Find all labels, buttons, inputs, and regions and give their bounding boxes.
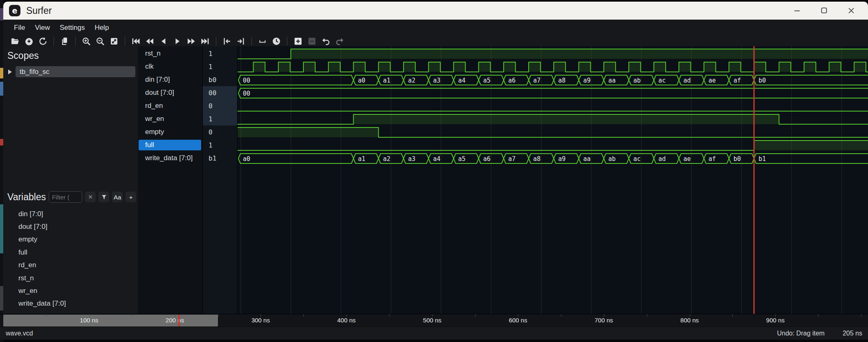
add-plus-icon[interactable] xyxy=(292,36,304,46)
goto-end-icon[interactable] xyxy=(235,36,247,46)
maximize-button[interactable] xyxy=(819,5,830,16)
toolbar-separator xyxy=(54,37,54,46)
signal-value: 0 xyxy=(203,128,213,136)
signal-name-row[interactable]: write_data [7:0] xyxy=(138,152,202,165)
svg-text:b1: b1 xyxy=(758,155,766,163)
menu-item-view[interactable]: View xyxy=(30,21,55,34)
signal-name-row[interactable]: dout [7:0] xyxy=(138,86,202,99)
variable-item-rst_n[interactable]: rst_n xyxy=(3,272,138,284)
signal-name-label: write_data [7:0] xyxy=(138,154,202,162)
filter-funnel-button[interactable] xyxy=(99,192,109,202)
cursor-time-readout: 205 ns xyxy=(843,330,862,337)
goto-start-icon[interactable] xyxy=(221,36,233,46)
svg-text:ac: ac xyxy=(633,155,641,163)
plus-button[interactable]: + xyxy=(126,192,136,202)
signal-name-label: wr_en xyxy=(138,115,202,123)
signal-name-row[interactable]: clk xyxy=(138,60,202,73)
signal-name-row[interactable]: din [7:0] xyxy=(138,73,202,86)
minimize-button[interactable] xyxy=(792,5,803,16)
timeline-bar[interactable]: 100 ns200 ns300 ns400 ns500 ns600 ns700 … xyxy=(0,314,868,327)
status-bar: wave.vcd Undo: Drag item 205 ns xyxy=(0,326,868,340)
menu-bar: FileViewSettingsHelp xyxy=(3,20,868,36)
signal-value: 1 xyxy=(203,50,213,58)
undo-status-label: Undo: Drag item xyxy=(777,330,825,337)
svg-text:a9: a9 xyxy=(558,155,565,163)
variable-item-din[interactable]: din [7:0] xyxy=(3,208,138,220)
space-divider-icon[interactable] xyxy=(256,36,269,46)
svg-text:a8: a8 xyxy=(533,155,541,163)
svg-text:a1: a1 xyxy=(358,155,365,163)
svg-text:b0: b0 xyxy=(733,155,741,163)
signal-value-row: 1 xyxy=(203,112,238,125)
clock-icon[interactable] xyxy=(270,36,283,46)
skip-to-end-icon[interactable] xyxy=(199,36,211,46)
svg-text:aa: aa xyxy=(608,77,616,84)
fast-forward-icon[interactable] xyxy=(185,36,197,46)
variable-item-full[interactable]: full xyxy=(3,246,138,259)
skip-to-start-icon[interactable] xyxy=(130,36,142,46)
signal-value-row: 00 xyxy=(203,86,238,99)
signal-name-row[interactable]: rst_n xyxy=(138,47,202,60)
timeline-label: 200 ns xyxy=(166,317,184,324)
timeline-label: 900 ns xyxy=(766,317,785,324)
signal-name-row[interactable]: empty xyxy=(138,125,202,139)
close-button[interactable] xyxy=(846,5,857,16)
scope-item-tb_fifo_sc[interactable]: tb_fifo_sc xyxy=(8,66,135,77)
fast-backward-icon[interactable] xyxy=(144,36,156,46)
svg-text:a4: a4 xyxy=(458,77,465,84)
variable-item-wr_en[interactable]: wr_en xyxy=(3,284,138,297)
zoom-out-icon[interactable] xyxy=(94,36,106,46)
titlebar[interactable]: e Surfer xyxy=(3,2,868,20)
remove-minus-icon[interactable] xyxy=(306,36,318,46)
svg-text:ab: ab xyxy=(608,155,616,163)
loaded-file-name: wave.vcd xyxy=(0,330,33,337)
download-icon[interactable] xyxy=(23,36,35,46)
timeline-tick xyxy=(46,314,47,317)
waveform-canvas[interactable]: 00a0a1a2a3a4a5a6a7a8a9aaabacadaeafb000a0… xyxy=(238,46,868,314)
timeline-tick xyxy=(732,314,733,317)
undo-icon[interactable] xyxy=(320,36,332,46)
open-folder-icon[interactable] xyxy=(9,36,21,46)
signal-value: 1 xyxy=(203,63,213,71)
timeline-tick xyxy=(475,314,475,317)
timeline-tick xyxy=(861,314,861,317)
svg-text:a8: a8 xyxy=(558,77,565,84)
step-forward-icon[interactable] xyxy=(171,36,184,46)
signal-name-row[interactable]: wr_en xyxy=(138,112,202,125)
svg-text:a2: a2 xyxy=(408,77,415,84)
timeline-viewport[interactable] xyxy=(3,315,218,326)
timeline-label: 100 ns xyxy=(80,317,98,324)
window-title: Surfer xyxy=(26,5,52,16)
app-window: e Surfer FileViewSettingsHelp Scopes tb_… xyxy=(0,0,868,342)
step-backward-icon[interactable] xyxy=(157,36,170,46)
toolbar-separator xyxy=(287,37,287,46)
svg-text:b0: b0 xyxy=(758,77,766,84)
svg-text:a1: a1 xyxy=(383,77,390,84)
timeline-tick xyxy=(818,314,819,317)
timeline-cursor-marker[interactable] xyxy=(178,315,180,326)
zoom-fit-icon[interactable] xyxy=(108,36,120,46)
expand-arrow-icon[interactable] xyxy=(8,69,12,74)
waveform-area[interactable]: 00a0a1a2a3a4a5a6a7a8a9aaabacadaeafb000a0… xyxy=(237,46,868,314)
menu-item-settings[interactable]: Settings xyxy=(55,21,90,34)
variable-item-write_data[interactable]: write_data [7:0] xyxy=(3,297,138,310)
signal-name-label: rd_en xyxy=(138,102,202,110)
signal-value: 1 xyxy=(203,141,213,149)
svg-text:a6: a6 xyxy=(508,77,516,84)
svg-text:aa: aa xyxy=(583,155,591,163)
zoom-in-icon[interactable] xyxy=(80,36,92,46)
variable-item-dout[interactable]: dout [7:0] xyxy=(3,220,138,233)
redo-icon[interactable] xyxy=(334,36,346,46)
variables-filter-input[interactable] xyxy=(49,191,82,203)
variable-item-rd_en[interactable]: rd_en xyxy=(3,259,138,272)
signal-name-row[interactable]: full xyxy=(138,139,202,152)
variable-item-empty[interactable]: empty xyxy=(3,233,138,246)
case-aa-button[interactable]: Aa xyxy=(112,192,123,202)
reload-icon[interactable] xyxy=(37,36,49,46)
svg-text:af: af xyxy=(709,155,716,163)
clear-x-button[interactable]: ✕ xyxy=(85,192,96,202)
copy-icon[interactable] xyxy=(58,36,71,46)
menu-item-file[interactable]: File xyxy=(9,21,30,34)
menu-item-help[interactable]: Help xyxy=(90,21,114,34)
signal-name-row[interactable]: rd_en xyxy=(138,99,202,112)
